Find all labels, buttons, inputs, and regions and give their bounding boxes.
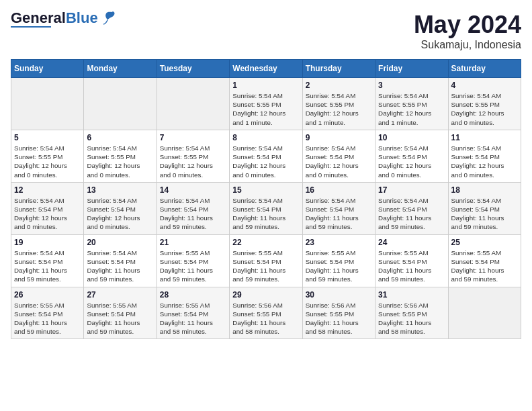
calendar-cell: 16Sunrise: 5:54 AMSunset: 5:54 PMDayligh… [302, 182, 375, 234]
calendar-cell: 3Sunrise: 5:54 AMSunset: 5:55 PMDaylight… [375, 78, 448, 130]
day-info: Sunrise: 5:54 AMSunset: 5:54 PMDaylight:… [451, 196, 518, 232]
calendar-cell: 27Sunrise: 5:55 AMSunset: 5:54 PMDayligh… [84, 287, 157, 339]
logo-bird-icon [99, 11, 116, 26]
calendar-title: May 2024 [414, 11, 521, 39]
calendar-cell: 31Sunrise: 5:56 AMSunset: 5:55 PMDayligh… [375, 287, 448, 339]
day-info: Sunrise: 5:54 AMSunset: 5:54 PMDaylight:… [378, 144, 445, 179]
day-info: Sunrise: 5:55 AMSunset: 5:54 PMDaylight:… [306, 248, 372, 284]
day-number: 28 [160, 290, 226, 300]
title-block: May 2024 Sukamaju, Indonesia [414, 11, 521, 51]
logo-blue: Blue [66, 9, 98, 26]
day-number: 21 [160, 238, 226, 247]
day-info: Sunrise: 5:55 AMSunset: 5:54 PMDaylight:… [14, 301, 81, 336]
page-header: GeneralBlue May 2024 Sukamaju, Indonesia [11, 11, 521, 51]
day-info: Sunrise: 5:54 AMSunset: 5:54 PMDaylight:… [87, 248, 153, 284]
day-info: Sunrise: 5:54 AMSunset: 5:54 PMDaylight:… [232, 144, 299, 179]
calendar-cell: 21Sunrise: 5:55 AMSunset: 5:54 PMDayligh… [157, 234, 229, 287]
calendar-cell: 4Sunrise: 5:54 AMSunset: 5:55 PMDaylight… [448, 78, 521, 130]
weekday-header: Monday [84, 60, 157, 78]
calendar-cell: 2Sunrise: 5:54 AMSunset: 5:55 PMDaylight… [302, 78, 375, 130]
day-number: 22 [232, 238, 299, 247]
calendar-cell: 18Sunrise: 5:54 AMSunset: 5:54 PMDayligh… [448, 182, 521, 234]
day-number: 4 [451, 81, 518, 90]
calendar-cell: 13Sunrise: 5:54 AMSunset: 5:54 PMDayligh… [84, 182, 157, 234]
day-number: 23 [306, 238, 372, 247]
day-number: 12 [14, 185, 81, 195]
day-number: 26 [14, 290, 81, 300]
day-info: Sunrise: 5:54 AMSunset: 5:54 PMDaylight:… [232, 196, 299, 232]
day-info: Sunrise: 5:54 AMSunset: 5:54 PMDaylight:… [306, 144, 372, 179]
calendar-cell: 25Sunrise: 5:55 AMSunset: 5:54 PMDayligh… [448, 234, 521, 287]
day-number: 29 [232, 290, 299, 300]
calendar-header-row: SundayMondayTuesdayWednesdayThursdayFrid… [11, 60, 521, 78]
calendar-week-row: 26Sunrise: 5:55 AMSunset: 5:54 PMDayligh… [11, 287, 521, 339]
calendar-cell: 15Sunrise: 5:54 AMSunset: 5:54 PMDayligh… [230, 182, 302, 234]
calendar-cell: 17Sunrise: 5:54 AMSunset: 5:54 PMDayligh… [375, 182, 448, 234]
calendar-cell: 22Sunrise: 5:55 AMSunset: 5:54 PMDayligh… [230, 234, 302, 287]
day-info: Sunrise: 5:54 AMSunset: 5:55 PMDaylight:… [378, 91, 445, 127]
calendar-cell: 12Sunrise: 5:54 AMSunset: 5:54 PMDayligh… [11, 182, 84, 234]
day-number: 27 [87, 290, 153, 300]
day-info: Sunrise: 5:54 AMSunset: 5:54 PMDaylight:… [160, 196, 226, 232]
day-info: Sunrise: 5:55 AMSunset: 5:54 PMDaylight:… [378, 248, 445, 284]
day-number: 17 [378, 185, 445, 195]
calendar-cell: 20Sunrise: 5:54 AMSunset: 5:54 PMDayligh… [84, 234, 157, 287]
weekday-header: Thursday [302, 60, 375, 78]
calendar-cell: 5Sunrise: 5:54 AMSunset: 5:55 PMDaylight… [11, 130, 84, 182]
calendar-subtitle: Sukamaju, Indonesia [414, 39, 521, 51]
day-number: 6 [87, 133, 153, 142]
calendar-table: SundayMondayTuesdayWednesdayThursdayFrid… [11, 59, 521, 339]
day-number: 25 [451, 238, 518, 247]
day-info: Sunrise: 5:54 AMSunset: 5:54 PMDaylight:… [14, 248, 81, 284]
day-number: 1 [232, 81, 299, 90]
day-info: Sunrise: 5:55 AMSunset: 5:54 PMDaylight:… [232, 248, 299, 284]
weekday-header: Wednesday [230, 60, 302, 78]
calendar-cell: 1Sunrise: 5:54 AMSunset: 5:55 PMDaylight… [230, 78, 302, 130]
calendar-cell: 28Sunrise: 5:55 AMSunset: 5:54 PMDayligh… [157, 287, 229, 339]
calendar-cell: 19Sunrise: 5:54 AMSunset: 5:54 PMDayligh… [11, 234, 84, 287]
day-number: 9 [306, 133, 372, 142]
day-info: Sunrise: 5:54 AMSunset: 5:55 PMDaylight:… [232, 91, 299, 127]
weekday-header: Sunday [11, 60, 84, 78]
day-info: Sunrise: 5:54 AMSunset: 5:54 PMDaylight:… [87, 196, 153, 232]
calendar-cell [84, 78, 157, 130]
weekday-header: Saturday [448, 60, 521, 78]
calendar-cell: 10Sunrise: 5:54 AMSunset: 5:54 PMDayligh… [375, 130, 448, 182]
day-number: 7 [160, 133, 226, 142]
calendar-cell: 24Sunrise: 5:55 AMSunset: 5:54 PMDayligh… [375, 234, 448, 287]
logo: GeneralBlue [11, 11, 116, 28]
day-number: 31 [378, 290, 445, 300]
day-number: 30 [306, 290, 372, 300]
day-info: Sunrise: 5:55 AMSunset: 5:54 PMDaylight:… [451, 248, 518, 284]
day-info: Sunrise: 5:55 AMSunset: 5:54 PMDaylight:… [87, 301, 153, 336]
day-number: 10 [378, 133, 445, 142]
day-number: 19 [14, 238, 81, 247]
calendar-cell: 30Sunrise: 5:56 AMSunset: 5:55 PMDayligh… [302, 287, 375, 339]
day-info: Sunrise: 5:54 AMSunset: 5:54 PMDaylight:… [306, 196, 372, 232]
day-info: Sunrise: 5:54 AMSunset: 5:55 PMDaylight:… [14, 144, 81, 179]
day-info: Sunrise: 5:54 AMSunset: 5:54 PMDaylight:… [378, 196, 445, 232]
calendar-week-row: 5Sunrise: 5:54 AMSunset: 5:55 PMDaylight… [11, 130, 521, 182]
calendar-cell: 29Sunrise: 5:56 AMSunset: 5:55 PMDayligh… [230, 287, 302, 339]
day-info: Sunrise: 5:54 AMSunset: 5:55 PMDaylight:… [160, 144, 226, 179]
day-number: 18 [451, 185, 518, 195]
day-info: Sunrise: 5:56 AMSunset: 5:55 PMDaylight:… [378, 301, 445, 336]
day-number: 14 [160, 185, 226, 195]
calendar-cell [157, 78, 229, 130]
calendar-cell [448, 287, 521, 339]
calendar-cell: 26Sunrise: 5:55 AMSunset: 5:54 PMDayligh… [11, 287, 84, 339]
day-number: 8 [232, 133, 299, 142]
calendar-cell: 9Sunrise: 5:54 AMSunset: 5:54 PMDaylight… [302, 130, 375, 182]
calendar-week-row: 19Sunrise: 5:54 AMSunset: 5:54 PMDayligh… [11, 234, 521, 287]
day-number: 20 [87, 238, 153, 247]
calendar-week-row: 1Sunrise: 5:54 AMSunset: 5:55 PMDaylight… [11, 78, 521, 130]
weekday-header: Friday [375, 60, 448, 78]
day-info: Sunrise: 5:54 AMSunset: 5:55 PMDaylight:… [306, 91, 372, 127]
calendar-week-row: 12Sunrise: 5:54 AMSunset: 5:54 PMDayligh… [11, 182, 521, 234]
calendar-cell [11, 78, 84, 130]
day-number: 5 [14, 133, 81, 142]
day-info: Sunrise: 5:54 AMSunset: 5:54 PMDaylight:… [14, 196, 81, 232]
day-number: 2 [306, 81, 372, 90]
day-number: 15 [232, 185, 299, 195]
day-number: 13 [87, 185, 153, 195]
